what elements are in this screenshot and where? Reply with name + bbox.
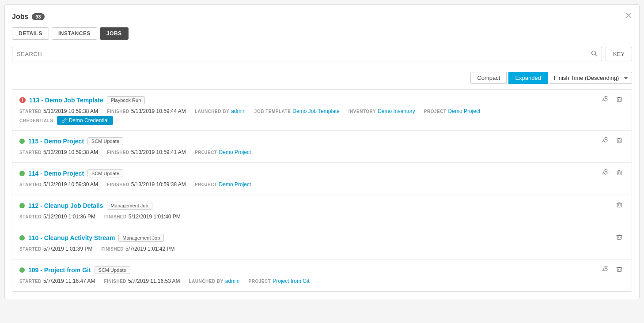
job-114-actions [600,168,625,179]
jobs-list: ! 113 - Demo Job Template Playbook Run [12,89,632,292]
job-109-tag: SCM Update [95,266,130,274]
job-110-name-link[interactable]: 110 - Cleanup Activity Stream [28,234,115,241]
svg-rect-16 [617,203,621,207]
finished-label: FINISHED [107,182,129,187]
project-label: PROJECT [249,279,271,284]
job-item-110: 110 - Cleanup Activity Stream Management… [12,227,632,259]
job-115-meta: STARTED 5/13/2019 10:59:38 AM FINISHED 5… [19,149,625,155]
job-115-name-link[interactable]: 115 - Demo Project [28,138,84,145]
started-label: STARTED [19,182,42,187]
job-item-109: 109 - Project from Git SCM Update [12,259,632,291]
svg-rect-5 [617,98,621,102]
job-113-inventory-link[interactable]: Demo Inventory [378,108,415,114]
tab-bar: DETAILS INSTANCES JOBS [12,27,632,40]
trash-icon [616,96,623,103]
search-button[interactable] [587,47,602,61]
job-112-started: 5/12/2019 1:01:36 PM [43,214,95,220]
success-status-dot [19,235,25,240]
success-status-dot [19,139,25,144]
finished-label: FINISHED [107,109,129,114]
job-114-delete-button[interactable] [614,168,625,179]
job-109-launched-by-link[interactable]: admin [225,278,240,284]
job-113-credentials-row: CREDENTIALS Demo Credential [19,116,625,125]
job-114-started: 5/13/2019 10:59:30 AM [43,181,98,188]
job-112-actions [614,200,625,211]
compact-view-button[interactable]: Compact [470,72,507,84]
job-115-finished: 5/13/2019 10:59:41 AM [131,149,186,155]
search-icon [591,50,597,56]
tab-instances[interactable]: INSTANCES [52,27,97,40]
started-label: STARTED [19,150,42,155]
job-109-started: 5/7/2019 11:16:47 AM [43,278,95,284]
job-115-delete-button[interactable] [614,136,625,146]
rocket-icon [602,96,609,103]
expanded-view-button[interactable]: Expanded [508,72,548,84]
job-112-delete-button[interactable] [614,200,625,211]
finished-label: FINISHED [101,247,124,252]
job-109-project-link[interactable]: Project from Git [273,278,309,284]
job-113-project-link[interactable]: Demo Project [448,108,481,114]
tab-details[interactable]: DETAILS [12,27,49,40]
launched-by-label: LAUNCHED BY [189,279,224,284]
job-113-credential-badge[interactable]: Demo Credential [57,116,113,125]
job-109-launch-button[interactable] [600,265,610,275]
job-112-meta: STARTED 5/12/2019 1:01:36 PM FINISHED 5/… [19,214,625,220]
job-113-launch-button[interactable] [600,95,610,105]
finished-label: FINISHED [104,279,126,284]
job-109-finished: 5/7/2019 11:16:53 AM [128,278,180,284]
job-112-name-link[interactable]: 112 - Cleanup Job Details [28,202,103,209]
job-113-delete-button[interactable] [614,95,625,105]
job-112-finished: 5/12/2019 1:01:40 PM [129,214,181,220]
job-template-label: JOB TEMPLATE [254,109,291,114]
job-113-launched-by-link[interactable]: admin [231,108,246,114]
success-status-dot [19,203,25,208]
rocket-icon [602,137,609,144]
svg-point-8 [606,139,607,140]
job-115-started: 5/13/2019 10:59:38 AM [43,149,98,155]
job-109-actions [600,265,625,275]
credentials-label: CREDENTIALS [19,118,53,123]
job-114-name-link[interactable]: 114 - Demo Project [28,170,84,177]
job-113-finished: 5/13/2019 10:59:44 AM [131,108,186,114]
job-110-finished: 5/7/2019 1:01:42 PM [125,246,174,252]
trash-icon [616,201,623,208]
finished-label: FINISHED [104,214,127,219]
svg-rect-13 [617,171,621,175]
started-label: STARTED [19,214,42,219]
success-status-dot [19,171,25,176]
toolbar: Compact Expanded Finish Time (Descending… [12,68,632,89]
project-label: PROJECT [424,109,447,114]
job-113-name-link[interactable]: 113 - Demo Job Template [29,97,103,104]
job-113-tag: Playbook Run [107,96,145,104]
page-title: Jobs [12,13,28,21]
key-icon [61,118,67,123]
close-button[interactable] [625,12,632,21]
search-wrapper [12,47,602,61]
search-input[interactable] [12,48,587,60]
job-115-project-link[interactable]: Demo Project [219,149,251,155]
rocket-icon [602,169,609,176]
job-110-delete-button[interactable] [614,233,625,243]
key-button[interactable]: KEY [606,47,632,61]
tab-jobs[interactable]: JOBS [100,27,129,40]
sort-select[interactable]: Finish Time (Descending) Finish Time (As… [549,72,632,84]
job-114-project-link[interactable]: Demo Project [219,181,251,188]
job-115-launch-button[interactable] [600,136,610,146]
job-114-meta: STARTED 5/13/2019 10:59:30 AM FINISHED 5… [19,181,625,188]
job-114-launch-button[interactable] [600,168,610,179]
job-109-delete-button[interactable] [614,265,625,275]
job-109-name-link[interactable]: 109 - Project from Git [28,267,91,274]
rocket-icon [602,266,609,273]
svg-point-22 [606,268,607,269]
search-row: KEY [12,47,632,61]
job-115-actions [600,136,625,146]
job-113-template-link[interactable]: Demo Job Template [292,108,340,114]
launched-by-label: LAUNCHED BY [195,109,229,114]
page-header: Jobs 93 [12,12,632,21]
job-113-started: 5/13/2019 10:59:38 AM [43,108,98,114]
job-item-115: 115 - Demo Project SCM Update [12,131,632,163]
started-label: STARTED [19,109,42,114]
job-113-meta: STARTED 5/13/2019 10:59:38 AM FINISHED 5… [19,108,625,114]
job-110-started: 5/7/2019 1:01:39 PM [43,246,92,252]
inventory-label: INVENTORY [349,109,376,114]
